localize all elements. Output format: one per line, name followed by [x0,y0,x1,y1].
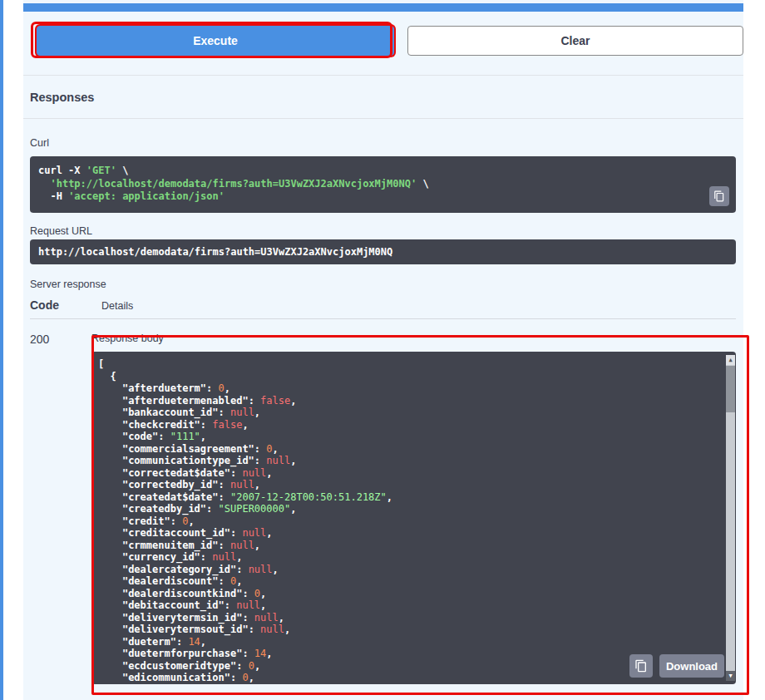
opblock-left-accent [0,0,3,700]
operation-block: Execute Clear Responses Curl curl -X 'GE… [23,0,743,700]
section-divider [23,118,743,119]
details-column-header: Details [101,300,133,312]
server-response-label: Server response [30,279,736,290]
download-button[interactable]: Download [659,654,724,678]
request-url-value: http://localhost/demodata/firms?auth=U3V… [30,239,736,264]
opblock-header-strip [23,3,743,12]
code-column-header: Code [30,298,101,312]
execute-wrapper: Execute Clear [37,26,743,56]
status-code: 200 [30,329,91,684]
execute-button[interactable]: Execute [37,26,394,56]
response-body-block: [ { "afterdueterm": 0, "afterduetermenab… [91,352,736,684]
clipboard-icon [634,659,648,673]
curl-command-block: curl -X 'GET' \ 'http://localhost/demoda… [30,156,736,213]
section-divider [23,75,743,76]
clear-button[interactable]: Clear [407,26,743,56]
copy-response-button[interactable] [629,654,653,678]
response-details: Response body [ { "afterdueterm": 0, "af… [91,329,736,684]
response-scrollbar[interactable]: ▲ ▼ [726,355,735,681]
scrollbar-thumb[interactable] [726,366,735,412]
scroll-down-icon[interactable]: ▼ [726,671,735,681]
copy-curl-button[interactable] [709,186,729,206]
scroll-up-icon[interactable]: ▲ [726,355,735,365]
clipboard-icon [713,190,725,202]
responses-heading: Responses [30,91,743,107]
response-json-code: [ { "afterdueterm": 0, "afterduetermenab… [98,358,736,684]
response-row: 200 Response body [ { "afterdueterm": 0,… [30,329,736,684]
responses-inner: Curl curl -X 'GET' \ 'http://localhost/d… [23,137,743,684]
curl-code: curl -X 'GET' \ 'http://localhost/demoda… [38,165,728,204]
request-url-label: Request URL [30,225,736,237]
response-table-header: Code Details [30,298,736,319]
response-body-label: Response body [91,333,736,344]
curl-label: Curl [30,137,736,149]
